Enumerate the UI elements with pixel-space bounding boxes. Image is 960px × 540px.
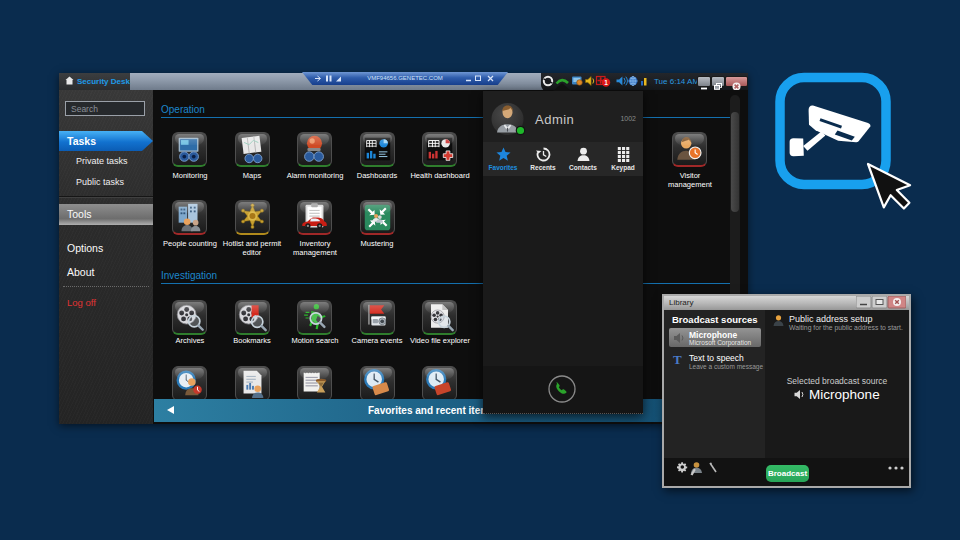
svg-text:1: 1 bbox=[604, 79, 608, 86]
